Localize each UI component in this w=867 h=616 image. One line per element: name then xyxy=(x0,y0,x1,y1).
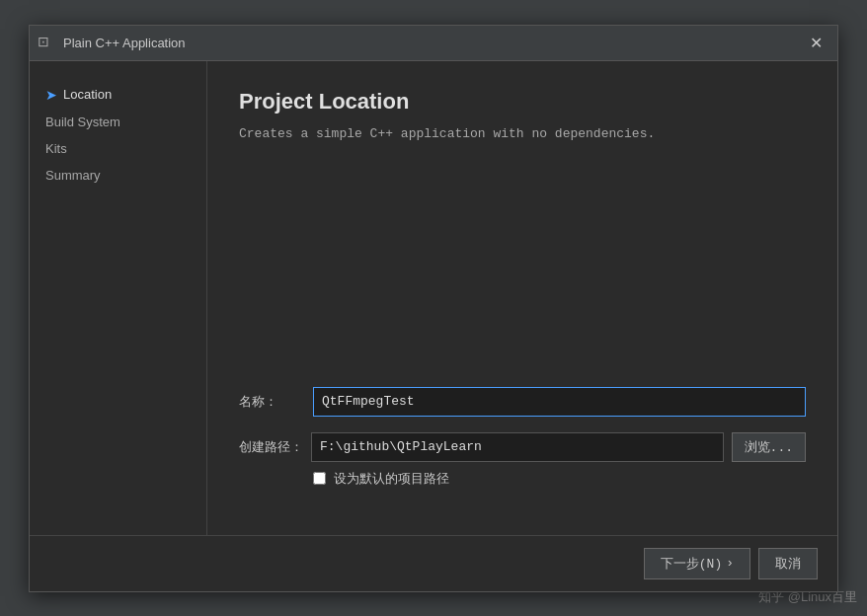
sidebar-arrow-icon: ➤ xyxy=(45,87,57,103)
sidebar-item-location-label: Location xyxy=(63,87,112,102)
sidebar-item-kits[interactable]: Kits xyxy=(30,135,206,162)
sidebar-item-summary-label: Summary xyxy=(45,168,101,183)
next-button[interactable]: 下一步(N) › xyxy=(644,548,750,579)
name-label: 名称： xyxy=(239,393,313,411)
sidebar-item-location[interactable]: ➤ Location xyxy=(30,81,206,109)
default-path-label[interactable]: 设为默认的项目路径 xyxy=(334,470,449,488)
path-label: 创建路径： xyxy=(239,438,303,456)
sidebar: ➤ Location Build System Kits Summary xyxy=(30,61,207,535)
path-row: 创建路径： 浏览... xyxy=(239,432,806,462)
sidebar-item-summary[interactable]: Summary xyxy=(30,162,206,189)
dialog-title: Plain C++ Application xyxy=(63,36,802,50)
content-area: Project Location Creates a simple C++ ap… xyxy=(207,61,837,535)
sidebar-item-build-system[interactable]: Build System xyxy=(30,109,206,135)
path-input[interactable] xyxy=(311,432,724,462)
default-path-checkbox[interactable] xyxy=(313,472,326,485)
next-arrow-icon: › xyxy=(726,556,734,571)
app-icon: ⊡ xyxy=(38,34,55,51)
name-row: 名称： xyxy=(239,387,806,417)
page-description: Creates a simple C++ application with no… xyxy=(239,126,806,141)
next-button-label: 下一步(N) xyxy=(661,555,722,573)
close-button[interactable]: ✕ xyxy=(802,29,829,56)
title-bar: ⊡ Plain C++ Application ✕ xyxy=(30,26,837,61)
checkbox-row: 设为默认的项目路径 xyxy=(239,470,806,488)
form-section: 名称： 创建路径： 浏览... 设为默认的项目路径 xyxy=(239,387,806,488)
name-input[interactable] xyxy=(313,387,806,417)
dialog-footer: 下一步(N) › 取消 xyxy=(30,535,837,591)
dialog: ⊡ Plain C++ Application ✕ ➤ Location Bui… xyxy=(29,25,838,592)
sidebar-item-build-system-label: Build System xyxy=(45,115,120,129)
page-title: Project Location xyxy=(239,89,806,115)
dialog-body: ➤ Location Build System Kits Summary Pro… xyxy=(30,61,837,535)
cancel-button[interactable]: 取消 xyxy=(758,548,818,579)
sidebar-item-kits-label: Kits xyxy=(45,141,67,156)
browse-button[interactable]: 浏览... xyxy=(732,432,806,462)
